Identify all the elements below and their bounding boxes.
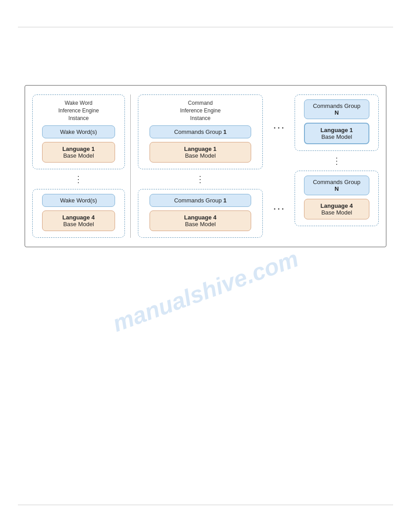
diagram-container: Wake Word Inference Engine Instance Wake… xyxy=(25,85,386,247)
cmd-bottom-model-label: Base Model xyxy=(185,221,216,227)
hdots-bottom: ... xyxy=(274,202,286,212)
cmd-bottom-group-label: Commands Group xyxy=(174,197,222,204)
cmdn-top-group-num: N xyxy=(334,109,338,116)
command-n-column: Commands Group N Language 1 Base Model ⋮… xyxy=(289,94,379,226)
wake-word-column: Wake Word Inference Engine Instance Wake… xyxy=(32,94,131,238)
wake-bottom-lang: Language 4 Base Model xyxy=(42,210,115,231)
wake-top-wake-words: Wake Word(s) xyxy=(42,125,115,138)
cmd-vdots: ⋮ xyxy=(196,174,205,184)
wake-top-lang: Language 1 Base Model xyxy=(42,142,115,163)
wake-bottom-instance: Wake Word(s) Language 4 Base Model xyxy=(32,189,125,238)
cmd-instance-label: Command Inference Engine Instance xyxy=(180,99,221,122)
cmdn-top-group: Commands Group N xyxy=(304,99,369,119)
cmd-top-group-num: 1 xyxy=(223,129,227,135)
cmd-top-model-label: Base Model xyxy=(185,152,216,159)
cmd-top-lang-label: Language 1 xyxy=(184,146,216,152)
cmd-top-group-label: Commands Group xyxy=(174,129,222,135)
command-inference-column: Command Inference Engine Instance Comman… xyxy=(131,94,270,238)
bottom-rule xyxy=(18,505,393,505)
wake-bottom-lang-label: Language 4 xyxy=(62,214,94,221)
wake-bottom-model-label: Base Model xyxy=(63,221,94,227)
wake-vdots: ⋮ xyxy=(74,174,83,184)
wake-bottom-wake-words: Wake Word(s) xyxy=(42,194,115,207)
right-section: Command Inference Engine Instance Comman… xyxy=(131,94,379,238)
wake-top-model-label: Base Model xyxy=(63,152,94,159)
cmd-top-instance: Command Inference Engine Instance Comman… xyxy=(138,94,263,169)
cmdn-bottom-group-num: N xyxy=(334,185,338,192)
cmd-bottom-group: Commands Group 1 xyxy=(150,194,252,207)
hdots-top: ... xyxy=(274,121,286,131)
cmdn-bottom-model-label: Base Model xyxy=(321,209,352,216)
cmdn-top-lang-label: Language 1 xyxy=(321,127,353,133)
cmdn-top-group-label: Commands Group xyxy=(313,103,360,109)
cmd-bottom-lang: Language 4 Base Model xyxy=(150,210,252,231)
cmdn-top-model-label: Base Model xyxy=(321,133,352,140)
cmd-bottom-group-num: 1 xyxy=(223,197,227,204)
cmdn-bottom-group-label: Commands Group xyxy=(313,179,360,185)
cmd-bottom-instance: Commands Group 1 Language 4 Base Model xyxy=(138,189,263,238)
cmdn-vdots: ⋮ xyxy=(332,155,342,166)
cmdn-top-instance: Commands Group N Language 1 Base Model xyxy=(295,94,379,151)
cmdn-bottom-lang-label: Language 4 xyxy=(321,202,353,209)
cmdn-bottom-lang: Language 4 Base Model xyxy=(304,199,369,219)
watermark: manualshive.com xyxy=(109,245,302,337)
cmd-top-group: Commands Group 1 xyxy=(150,125,252,138)
cmd-bottom-lang-label: Language 4 xyxy=(184,214,216,221)
cmd-top-lang: Language 1 Base Model xyxy=(150,142,252,163)
wake-instance-label: Wake Word Inference Engine Instance xyxy=(58,99,99,122)
wake-top-instance: Wake Word Inference Engine Instance Wake… xyxy=(32,94,125,169)
cmdn-bottom-group: Commands Group N xyxy=(304,176,369,195)
cmdn-top-lang: Language 1 Base Model xyxy=(304,123,369,144)
wake-top-lang-label: Language 1 xyxy=(62,146,94,152)
horizontal-dots-area: ... ... xyxy=(270,94,289,212)
cmdn-bottom-instance: Commands Group N Language 4 Base Model xyxy=(295,171,379,226)
top-rule xyxy=(18,27,393,27)
